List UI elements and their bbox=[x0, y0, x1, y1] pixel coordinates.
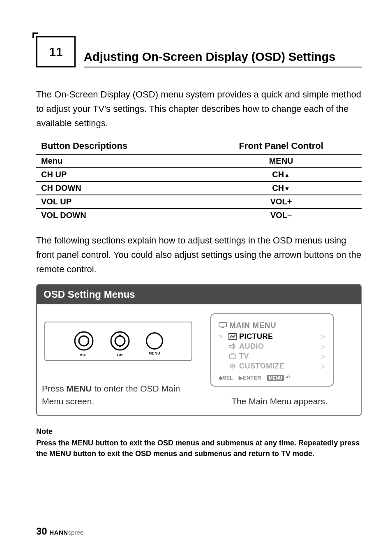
chevron-right-icon: ▷ bbox=[321, 343, 325, 350]
caption-bold: MENU bbox=[67, 384, 92, 393]
menu-pill: MENU bbox=[267, 375, 284, 381]
chapter-rule bbox=[84, 67, 362, 67]
menu-hint: MENU ↶ bbox=[267, 374, 291, 381]
table-row: CH DOWN CH bbox=[36, 181, 362, 195]
osd-menu-item: AUDIO ▷ bbox=[219, 341, 325, 351]
sel-text: SEL bbox=[223, 375, 233, 381]
chapter-title: Adjusting On-Screen Display (OSD) Settin… bbox=[84, 49, 362, 64]
osd-menu-label: AUDIO bbox=[239, 342, 318, 351]
enter-text: ENTER bbox=[243, 375, 261, 381]
left-caption: Press MENU to enter the OSD Main Menu sc… bbox=[42, 382, 195, 408]
return-icon: ↶ bbox=[286, 374, 291, 381]
osd-menu-footer: ◆SEL ▶ENTER MENU ↶ bbox=[219, 374, 325, 381]
svg-rect-12 bbox=[229, 354, 236, 358]
sel-hint: ◆SEL bbox=[219, 375, 233, 381]
table-row: VOL DOWN VOL– bbox=[36, 208, 362, 222]
button-table: Button Descriptions Front Panel Control … bbox=[36, 139, 362, 222]
intro-paragraph: The On-Screen Display (OSD) menu system … bbox=[36, 87, 362, 131]
brand-bold: HANN bbox=[49, 529, 68, 536]
menu-button: MENU bbox=[146, 331, 163, 355]
cell-desc: Menu bbox=[36, 154, 201, 168]
note-body: Press the MENU button to exit the OSD me… bbox=[36, 439, 360, 458]
chevron-right-icon: ▷ bbox=[321, 353, 325, 359]
cell-fpc: CH bbox=[201, 168, 362, 181]
customize-icon bbox=[228, 363, 237, 369]
cell-desc: VOL DOWN bbox=[36, 208, 201, 222]
osd-menu-item: CUSTOMIZE ▷ bbox=[219, 361, 325, 371]
dial-icon bbox=[110, 331, 130, 351]
osd-menu-item: ☞ PICTURE ▷ bbox=[219, 331, 325, 341]
pointer-icon: ☞ bbox=[219, 334, 226, 340]
osd-menu-label: CUSTOMIZE bbox=[239, 362, 318, 371]
svg-text:−: − bbox=[78, 338, 81, 343]
triangle-up-icon bbox=[284, 170, 290, 179]
chapter-number: 11 bbox=[49, 45, 62, 59]
enter-hint: ▶ENTER bbox=[239, 375, 261, 381]
vol-dial: − + VOL bbox=[74, 331, 94, 357]
menu-label: MENU bbox=[149, 351, 161, 355]
picture-icon bbox=[228, 333, 237, 340]
svg-point-16 bbox=[232, 365, 233, 367]
osd-menu-title-row: MAIN MENU bbox=[219, 321, 325, 330]
svg-point-0 bbox=[75, 332, 93, 350]
cell-fpc: VOL+ bbox=[201, 195, 362, 208]
brand-light: spree bbox=[68, 529, 84, 536]
svg-point-5 bbox=[115, 336, 125, 346]
svg-rect-8 bbox=[219, 322, 226, 327]
note-block: Note Press the MENU button to exit the O… bbox=[36, 426, 362, 459]
cell-desc: CH UP bbox=[36, 168, 201, 181]
th-fpc: Front Panel Control bbox=[201, 139, 362, 154]
cell-fpc-text: CH bbox=[272, 183, 284, 192]
table-row: Menu MENU bbox=[36, 154, 362, 168]
right-caption: The Main Menu appears. bbox=[203, 395, 356, 408]
caption-text: Press bbox=[42, 384, 67, 393]
chevron-right-icon: ▷ bbox=[321, 363, 325, 369]
circle-icon bbox=[146, 332, 163, 350]
cell-fpc: CH bbox=[201, 181, 362, 195]
cell-desc: CH DOWN bbox=[36, 181, 201, 195]
cell-fpc: MENU bbox=[201, 154, 362, 168]
paragraph-2: The following sections explain how to ad… bbox=[36, 233, 362, 277]
table-row: VOL UP VOL+ bbox=[36, 195, 362, 208]
osd-menu-label: TV bbox=[239, 352, 318, 361]
dial-icon: − + bbox=[74, 331, 94, 351]
tv-icon bbox=[228, 353, 237, 359]
osd-menu-label: PICTURE bbox=[239, 332, 318, 341]
th-desc: Button Descriptions bbox=[36, 139, 201, 154]
page-number: 30 bbox=[36, 526, 47, 537]
table-row: CH UP CH bbox=[36, 168, 362, 181]
svg-marker-6 bbox=[118, 334, 122, 336]
triangle-down-icon bbox=[284, 183, 290, 192]
audio-icon bbox=[228, 343, 237, 350]
note-heading: Note bbox=[36, 426, 362, 437]
svg-text:+: + bbox=[87, 338, 89, 343]
svg-rect-9 bbox=[221, 327, 224, 328]
front-panel-figure: − + VOL CH bbox=[44, 322, 192, 361]
page-footer: 30 HANNspree bbox=[36, 526, 83, 537]
ch-dial: CH bbox=[110, 331, 130, 357]
osd-heading: OSD Setting Menus bbox=[37, 285, 361, 304]
svg-marker-11 bbox=[229, 344, 233, 349]
cell-fpc-text: CH bbox=[272, 170, 284, 179]
osd-section: OSD Setting Menus − + VOL bbox=[36, 284, 362, 416]
vol-label: VOL bbox=[80, 353, 88, 357]
osd-menu-item: TV ▷ bbox=[219, 351, 325, 361]
osd-menu-title: MAIN MENU bbox=[229, 321, 276, 330]
cell-fpc: VOL– bbox=[201, 208, 362, 222]
chevron-right-icon: ▷ bbox=[321, 333, 325, 340]
osd-menu-figure: MAIN MENU ☞ PICTURE ▷ AUDIO ▷ bbox=[210, 313, 334, 387]
cell-desc: VOL UP bbox=[36, 195, 201, 208]
chapter-header: 11 Adjusting On-Screen Display (OSD) Set… bbox=[36, 36, 362, 67]
monitor-icon bbox=[219, 322, 227, 329]
chapter-number-box: 11 bbox=[36, 36, 76, 67]
ch-label: CH bbox=[117, 353, 123, 357]
svg-marker-7 bbox=[118, 345, 122, 348]
